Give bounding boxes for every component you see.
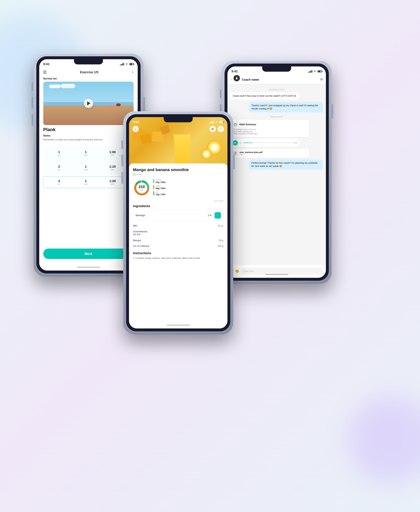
notch-middle — [164, 117, 193, 122]
ingredients-list: Milk 12 oz Unsweetened,1% Fat Mangos 28 … — [133, 223, 223, 249]
favorite-button[interactable]: ♡ — [218, 126, 224, 132]
status-icons-right — [308, 70, 322, 73]
protein-value: 23g / 29% — [156, 181, 223, 183]
servings-control: 1 ▾ 🛒 — [206, 212, 221, 219]
habit-title-text: Habit Summary — [239, 123, 256, 126]
msg-sent-1: Thanks coach!! I just wrapped up my chec… — [230, 102, 323, 114]
coach-name: Coach name — [242, 78, 318, 81]
smoothie-screen: 9:41 — [129, 117, 227, 328]
wifi-icon-left — [125, 63, 128, 65]
donut-chart: 210 cal — [133, 179, 150, 197]
exercise-title: Exercise 1/5 — [80, 70, 98, 74]
home-indicator-middle — [167, 325, 190, 326]
back-button[interactable]: ‹ — [133, 126, 139, 132]
timestamp-today: Today at 16:57 — [230, 116, 323, 118]
svg-rect-12 — [234, 124, 236, 126]
habit-icon — [233, 122, 238, 127]
audio-waveform — [243, 143, 291, 143]
set-2-number: 2 set — [46, 165, 73, 171]
smoothie-nav: ‹ ⊞ ♡ — [129, 126, 227, 132]
protein-bar — [153, 179, 154, 183]
servings-label: Servings — [135, 214, 145, 217]
next-button[interactable]: Next — [43, 249, 134, 259]
set-2-reps: 1 reps — [72, 165, 99, 171]
carbs-label: Carbs — [156, 185, 223, 187]
carbs-bar — [153, 185, 154, 189]
set-row-1: 1 set 1 reps 1:00 time ✓ — [43, 148, 134, 159]
status-icons-left — [120, 63, 134, 66]
prep-time: 5 min — [136, 173, 142, 176]
volume-up-mid — [121, 155, 123, 166]
audio-speed: x1 — [240, 142, 242, 144]
notch-right — [262, 67, 291, 72]
file-info: new_workout-plan.pdf File — [240, 151, 304, 156]
notes-text: Remember to keep your back straight duri… — [43, 138, 134, 141]
close-button[interactable]: × — [132, 70, 134, 74]
svg-point-0 — [126, 65, 127, 65]
exercise-type-label: Normal set — [43, 77, 57, 80]
add-to-cart-button[interactable]: 🛒 — [215, 212, 221, 219]
clock-icon — [133, 173, 136, 176]
phone-right: 9:41 — [222, 61, 332, 284]
servings-row: Servings 1 ▾ 🛒 — [133, 210, 223, 221]
ingredient-mangos: Mangos 28 g — [133, 238, 223, 243]
chat-input-area: 🎤 🙂 Type here.. — [227, 265, 326, 278]
audio-play-button[interactable] — [233, 140, 238, 146]
settings-icon[interactable]: ⚙ — [320, 78, 323, 81]
mute-button-right — [220, 89, 222, 98]
set-1-number: 1 set — [46, 150, 73, 156]
timestamp-yesterday: Yesterday at 14:57 — [230, 89, 323, 91]
carbs-value: 44g / 55% — [156, 187, 223, 189]
carbs-row: Carbs 44g / 55% — [153, 185, 223, 189]
mute-button-mid — [121, 140, 123, 149]
prep-time-row: 5 min — [133, 173, 223, 176]
fat-value: 12g / 15% — [156, 193, 223, 196]
signal-icon-middle — [210, 121, 214, 123]
protein-label: Protein — [156, 179, 223, 181]
set-3-reps: 1 reps — [72, 179, 99, 185]
chat-input-field[interactable]: Type here.. — [241, 268, 323, 275]
phone-screen-right: 9:41 — [227, 67, 326, 278]
fat-row: Fat 12g / 15% — [153, 191, 223, 196]
recipe-title: Mango and banana smoothie — [133, 167, 223, 172]
habit-stat-2: Habit completed: 28/285 days — [233, 133, 307, 135]
status-icons-middle — [210, 121, 223, 123]
exercise-video[interactable] — [43, 82, 134, 125]
habit-title: Habit Summary — [239, 123, 256, 126]
servings-value[interactable]: 1 ▾ — [206, 213, 213, 218]
set-row-2: 2 set 1 reps 1:10 time ✓ — [43, 162, 134, 174]
habit-subtitle: "40 pushups every morning" — [233, 128, 307, 130]
copy-button[interactable]: ⊞ — [210, 126, 216, 132]
protein-info: Protein 23g / 29% — [156, 179, 223, 183]
cal-label: cal — [139, 189, 145, 191]
ingredients-title: Ingredients — [133, 204, 223, 208]
smoothie-hero-image: 9:41 — [129, 117, 227, 166]
audio-play-icon — [234, 142, 236, 144]
ingredient-banana: 1/2 of a Banana 100 g — [133, 243, 223, 249]
notes-label: Notes — [43, 134, 51, 137]
instructions-title: Instructions — [133, 251, 223, 255]
phone-inner-right: 9:41 — [225, 64, 329, 281]
phones-container: 9:41 — [22, 24, 398, 488]
menu-icon[interactable] — [43, 71, 47, 74]
chat-screen: 9:41 — [227, 67, 326, 278]
fat-label: Fat — [156, 191, 223, 193]
file-message[interactable]: new_workout-plan.pdf File › — [230, 149, 309, 158]
phone-middle: 9:41 — [123, 111, 233, 334]
time-right: 9:41 — [232, 69, 238, 73]
phone-screen-middle: 9:41 — [129, 117, 227, 328]
mute-button — [32, 82, 33, 91]
fat-info: Fat 12g / 15% — [156, 191, 223, 196]
protein-row: Protein 23g / 29% — [153, 179, 223, 183]
smoothie-actions: ⊞ ♡ — [210, 126, 224, 132]
chat-back-button[interactable]: ‹ — [230, 77, 232, 81]
emoji-icon[interactable]: 🙂 — [235, 269, 239, 273]
file-label: File — [240, 153, 304, 156]
play-button[interactable] — [84, 99, 93, 108]
coach-avatar: ♟ — [233, 75, 240, 81]
power-right — [332, 104, 333, 119]
power-mid — [233, 155, 235, 169]
habit-stat-1: Since habit starting date — [233, 130, 307, 133]
chat-input-placeholder: Type here.. — [243, 270, 255, 273]
signal-icon-right — [308, 70, 312, 73]
